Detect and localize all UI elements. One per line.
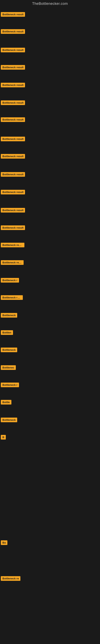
bottleneck-label: Bottleneck result <box>1 190 25 194</box>
bottleneck-item: Bottleneck r <box>1 278 19 282</box>
bottleneck-item: Bottleneck result <box>1 83 25 87</box>
bottleneck-item: Bottleneck result <box>1 226 25 230</box>
bottleneck-item: Bottlen <box>1 330 13 335</box>
bottleneck-list: Bottleneck resultBottleneck resultBottle… <box>0 7 100 640</box>
bottleneck-item: B <box>1 435 6 440</box>
bottleneck-label: Bottleneck r <box>1 278 19 282</box>
bottleneck-label: Bottlenec <box>1 365 16 370</box>
bottleneck-item: Bottleneck result <box>1 190 25 194</box>
bottleneck-item: Bottleneck result <box>1 154 25 158</box>
bottleneck-item: Bottleneck result <box>1 100 25 105</box>
bottleneck-item: Bottleneck result <box>1 117 25 122</box>
bottleneck-label: Bottleneck result <box>1 100 25 105</box>
bottleneck-item: Bottleneck r <box>1 382 19 387</box>
bottleneck-label: Bottleneck result <box>1 29 25 34</box>
bottleneck-label: Bottleneck result <box>1 48 25 52</box>
bottleneck-item: Bottleneck result <box>1 243 24 247</box>
bottleneck-label: Bottleneck result <box>1 208 25 212</box>
bottleneck-label: Bottleneck result <box>1 65 25 70</box>
bottleneck-item: Bo <box>1 540 7 545</box>
bottleneck-item: Bottleneck re <box>1 576 20 581</box>
bottleneck-label: Bottle <box>1 400 11 404</box>
bottleneck-item: Bottleneck result <box>1 208 25 212</box>
bottleneck-label: Bottleneck resu <box>1 295 23 300</box>
bottleneck-label: Bottleneck result <box>1 172 25 177</box>
bottleneck-item: Bottleneck <box>1 348 17 352</box>
bottleneck-label: Bottleneck result <box>1 12 25 17</box>
bottleneck-item: Bottleneck result <box>1 172 25 177</box>
bottleneck-label: Bottleneck result <box>1 154 25 158</box>
bottleneck-item: Bottle <box>1 400 11 404</box>
bottleneck-item: Bottleneck result <box>1 12 25 17</box>
bottleneck-label: B <box>1 435 6 440</box>
site-title-container: TheBottlenecker.com <box>0 0 100 7</box>
bottleneck-label: Bottleneck <box>1 348 17 352</box>
bottleneck-label: Bo <box>1 540 7 545</box>
bottleneck-item: Bottleneck resul <box>1 260 24 265</box>
bottleneck-label: Bottleneck result <box>1 117 25 122</box>
bottleneck-label: Bottleneck result <box>1 226 25 230</box>
bottleneck-item: Bottlenec <box>1 365 16 370</box>
bottleneck-label: Bottleneck result <box>1 137 25 141</box>
bottleneck-label: Bottleneck r <box>1 382 19 387</box>
bottleneck-item: Bottleneck <box>1 418 17 422</box>
bottleneck-label: Bottleneck <box>1 418 17 422</box>
bottleneck-item: Bottleneck resu <box>1 295 23 300</box>
bottleneck-item: Bottleneck result <box>1 65 25 70</box>
bottleneck-label: Bottleneck result <box>1 243 24 247</box>
bottleneck-item: Bottleneck result <box>1 48 25 52</box>
bottleneck-label: Bottleneck re <box>1 576 20 581</box>
bottleneck-label: Bottlen <box>1 330 13 335</box>
bottleneck-item: Bottleneck result <box>1 29 25 34</box>
bottleneck-item: Bottleneck result <box>1 137 25 141</box>
site-title: TheBottlenecker.com <box>0 0 100 7</box>
bottleneck-label: Bottleneck resul <box>1 260 24 265</box>
bottleneck-item: Bottleneck <box>1 313 17 318</box>
bottleneck-label: Bottleneck result <box>1 83 25 87</box>
bottleneck-label: Bottleneck <box>1 313 17 318</box>
